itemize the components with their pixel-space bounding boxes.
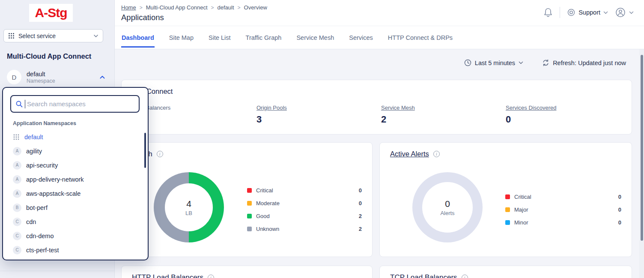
alerts-donut-unit: Alerts: [440, 210, 454, 216]
legend-row-moderate: Moderate 0: [247, 197, 362, 209]
namespace-item-label: bot-perf: [26, 204, 48, 211]
health-card: Health i 4 LB Critical 0 Moderate 0 Good: [121, 142, 373, 257]
breadcrumb-home[interactable]: Home: [121, 4, 136, 11]
namespace-initial-avatar: A: [13, 161, 21, 170]
tab-traffic-graph[interactable]: Traffic Graph: [245, 31, 282, 48]
health-donut-center: 4 LB: [165, 183, 213, 231]
breadcrumb-overview: Overview: [244, 4, 267, 11]
tab-http-connect-drps[interactable]: HTTP Connect & DRPs: [388, 31, 453, 48]
minor-color-swatch: [505, 220, 510, 225]
info-icon[interactable]: i: [462, 275, 468, 278]
namespace-item-aws-appstack-scale[interactable]: A aws-appstack-scale: [3, 186, 148, 200]
metric-label[interactable]: Origin Pools: [256, 105, 381, 111]
active-alerts-card: Active Alerts i 0 Alerts Critical 0 Majo…: [379, 142, 632, 257]
support-label: Support: [578, 9, 600, 16]
sidebar-divider: [0, 271, 115, 271]
tcp-lb-card-title: TCP Load Balancers: [390, 273, 457, 278]
info-icon[interactable]: i: [208, 275, 214, 278]
namespace-item-app-delivery-network[interactable]: A app-delivery-network: [3, 172, 148, 186]
namespace-selector[interactable]: D default Namespace: [3, 68, 110, 87]
refresh-button[interactable]: Refresh: Updated just now: [542, 59, 626, 66]
namespace-item-label: cdn: [26, 218, 36, 225]
tab-site-map[interactable]: Site Map: [169, 31, 194, 48]
summary-metrics: Load Balancers Origin Pools 3 Service Me…: [132, 105, 621, 125]
page-title: Applications: [121, 13, 164, 22]
legend-value: 0: [359, 187, 362, 194]
account-menu[interactable]: [615, 7, 634, 18]
time-range-dropdown[interactable]: Last 5 minutes: [464, 59, 523, 66]
unknown-color-swatch: [247, 227, 252, 231]
namespace-list: default A agility A api-security A app-d…: [3, 130, 148, 257]
alerts-donut-chart: 0 Alerts: [412, 172, 483, 242]
tab-site-list[interactable]: Site List: [208, 31, 231, 48]
page-scrollbar-thumb[interactable]: [641, 55, 643, 241]
lifebuoy-icon: [567, 8, 575, 17]
namespace-item-default[interactable]: default: [3, 130, 148, 144]
namespace-item-cdn[interactable]: C cdn: [3, 215, 148, 229]
dashboard-toolbar: Last 5 minutes Refresh: Updated just now: [464, 59, 626, 66]
good-color-swatch: [247, 214, 252, 218]
tab-services[interactable]: Services: [349, 31, 373, 48]
namespace-item-label: api-security: [26, 162, 58, 169]
search-input[interactable]: [27, 100, 134, 108]
legend-row-minor: Minor 0: [505, 216, 621, 229]
metric-label[interactable]: Service Mesh: [381, 105, 506, 111]
namespace-item-cdn-demo[interactable]: C cdn-demo: [3, 229, 148, 243]
namespace-item-agility[interactable]: A agility: [3, 144, 148, 158]
legend-label: Good: [256, 213, 270, 219]
breadcrumb-app-connect[interactable]: Multi-Cloud App Connect: [146, 4, 208, 11]
dropdown-scrollbar-thumb[interactable]: [144, 133, 146, 168]
namespace-initial-avatar: C: [13, 246, 21, 254]
brand-logo-text: A-Stg: [35, 6, 67, 20]
namespace-name: default: [27, 71, 55, 78]
chevron-up-icon: [99, 75, 105, 79]
namespace-item-label: aws-appstack-scale: [26, 190, 80, 197]
metric-services-discovered: Services Discovered 0: [506, 105, 621, 125]
namespace-item-bot-perf[interactable]: B bot-perf: [3, 200, 148, 215]
notifications-bell-icon[interactable]: [543, 7, 553, 18]
metric-label[interactable]: Services Discovered: [506, 105, 621, 111]
namespace-initial-avatar: C: [13, 232, 21, 240]
active-alerts-title[interactable]: Active Alerts: [390, 150, 429, 158]
namespace-item-cts-perf-test[interactable]: C cts-perf-test: [3, 243, 148, 257]
namespace-dropdown-panel: Application Namespaces default A agility…: [2, 87, 149, 260]
brand-logo: A-Stg: [29, 4, 73, 22]
info-icon[interactable]: i: [433, 151, 440, 157]
namespace-item-label: cts-perf-test: [26, 247, 59, 254]
breadcrumb-default[interactable]: default: [218, 4, 234, 11]
legend-row-critical: Critical 0: [505, 190, 621, 203]
namespace-initial-avatar: A: [13, 175, 21, 184]
breadcrumb-separator: >: [211, 5, 214, 11]
metric-label: Load Balancers: [132, 105, 256, 111]
alerts-donut-center: 0 Alerts: [422, 182, 473, 233]
health-donut-value: 4: [186, 199, 191, 209]
http-load-balancers-card: HTTP Load Balancers i: [121, 266, 373, 278]
metric-origin-pools: Origin Pools 3: [256, 105, 381, 125]
info-icon[interactable]: i: [157, 151, 163, 157]
legend-value: 0: [359, 200, 362, 206]
header-separator-line: [115, 26, 644, 26]
user-account-icon: [615, 7, 626, 18]
namespace-initial-avatar: A: [13, 189, 21, 198]
namespace-item-api-security[interactable]: A api-security: [3, 158, 148, 172]
legend-row-unknown: Unknown 2: [247, 222, 362, 235]
alerts-legend: Critical 0 Major 0 Minor 0: [505, 190, 621, 229]
metric-value: 3: [256, 114, 381, 125]
namespace-search-box: [10, 95, 140, 113]
legend-row-major: Major 0: [505, 203, 621, 216]
namespace-item-label: cdn-demo: [26, 233, 54, 239]
legend-label: Critical: [514, 194, 531, 200]
select-service-dropdown[interactable]: Select service: [3, 29, 103, 42]
chevron-down-icon: [519, 61, 523, 64]
tab-dashboard[interactable]: Dashboard: [121, 31, 155, 48]
support-menu[interactable]: Support: [567, 8, 608, 17]
page-header: Home > Multi-Cloud App Connect > default…: [115, 0, 644, 49]
search-icon: [15, 100, 23, 108]
moderate-color-swatch: [247, 201, 252, 206]
header-actions: Support: [543, 7, 634, 18]
tab-service-mesh[interactable]: Service Mesh: [296, 31, 334, 48]
namespace-initial-avatar: A: [13, 147, 21, 155]
metric-service-mesh: Service Mesh 2: [381, 105, 506, 125]
metric-load-balancers: Load Balancers: [132, 105, 256, 125]
chevron-down-icon: [629, 11, 634, 14]
